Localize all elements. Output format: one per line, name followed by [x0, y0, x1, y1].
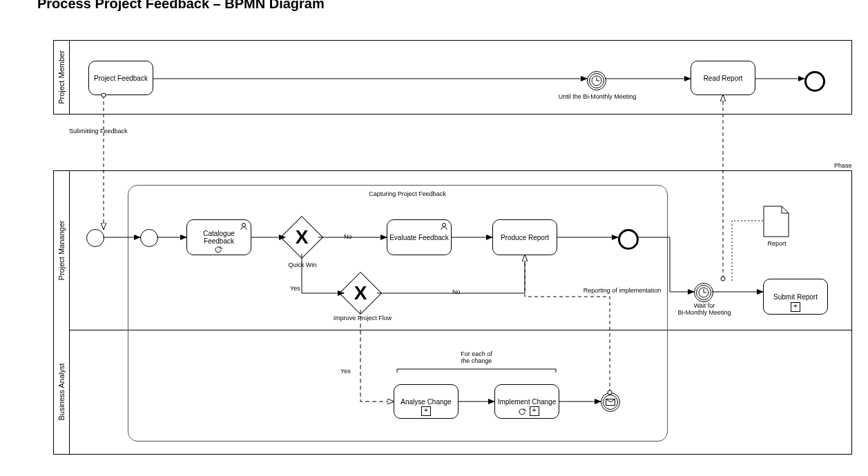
user-icon	[240, 222, 248, 230]
user-icon	[440, 222, 448, 230]
msg-reporting: Reporting of implementation	[570, 287, 674, 294]
task-submit-report: Submit Report +	[763, 279, 828, 315]
gateway-quick-win: X	[287, 222, 317, 252]
edge-yes-2: Yes	[340, 368, 351, 375]
artifact-report-label: Report	[760, 240, 794, 247]
artifact-report	[763, 206, 789, 240]
phase-label: Phase	[834, 162, 852, 169]
task-catalogue-feedback: Catalogue Feedback	[186, 219, 251, 255]
subprocess-icon: +	[421, 406, 431, 416]
end-event-inner	[618, 229, 639, 250]
svg-point-4	[443, 224, 446, 227]
timer-event-wait	[694, 283, 713, 302]
timer-event-bimonthly	[587, 71, 606, 90]
edge-no-2: No	[452, 288, 461, 295]
gateway-improve-flow: X	[345, 278, 376, 308]
start-event-pm	[86, 229, 104, 247]
group-title: Capturing Project Feedback	[345, 190, 470, 197]
edge-no-1: No	[344, 233, 352, 240]
svg-point-3	[242, 224, 246, 227]
task-analyse-change: Analyse Change +	[394, 384, 459, 419]
foreach-label: For each of the change	[442, 350, 511, 364]
subprocess-icon: +	[530, 406, 539, 416]
message-end-event	[601, 393, 620, 412]
subprocess-icon: +	[791, 302, 800, 312]
end-event-member	[804, 71, 825, 92]
gateway1-label: Quick Win	[282, 261, 323, 268]
task-project-feedback: Project Feedback	[88, 61, 153, 95]
task-evaluate-feedback: Evaluate Feedback	[387, 219, 452, 255]
start-event-inner	[140, 229, 158, 247]
edge-yes-1: Yes	[290, 285, 300, 292]
gateway2-label: Improve Project Flow	[325, 315, 401, 321]
task-implement-change: Implement Change +	[494, 384, 559, 419]
task-produce-report: Produce Report	[492, 219, 557, 255]
loop-icon	[214, 246, 224, 253]
diagram-title: Process Project Feedback – BPMN Diagram	[37, 0, 325, 12]
timer2-label: Wait for Bi-Monthly Meeting	[673, 302, 735, 316]
lane-label-pm: Project Mananger	[54, 171, 70, 330]
loop-icon	[518, 408, 528, 416]
timer-label-1: Until the Bi-Monthly Meeting	[546, 93, 649, 100]
lane-label-ba: Business Analyst	[54, 330, 70, 454]
task-read-report: Read Report	[691, 61, 755, 95]
lane-label-project-member: Project Member	[54, 41, 70, 114]
msg-submitting-feedback: Submitting Feedback	[69, 128, 152, 135]
